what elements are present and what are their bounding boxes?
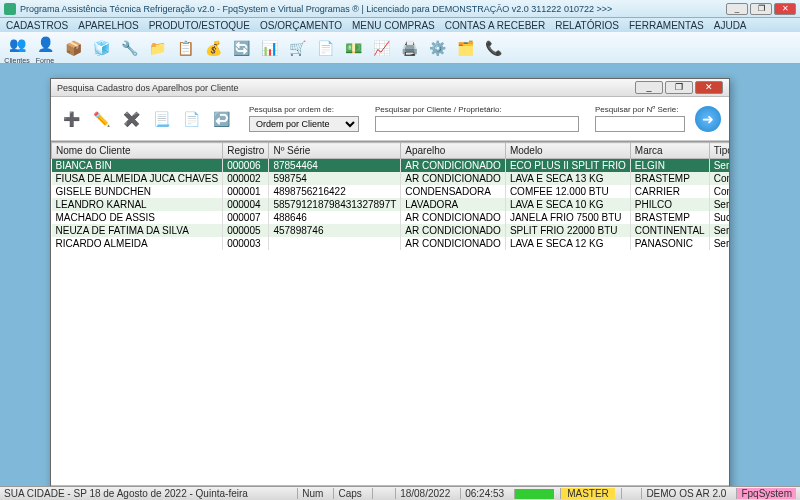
- minimize-button[interactable]: _: [726, 3, 748, 15]
- search-dialog: Pesquisa Cadastro dos Aparelhos por Clie…: [50, 78, 730, 500]
- table-row[interactable]: MACHADO DE ASSIS000007488646AR CONDICION…: [52, 211, 730, 224]
- toolbar-clientes[interactable]: 👥 Clientes: [4, 31, 30, 64]
- cell: SPLIT FRIO 22000 BTU: [505, 224, 630, 237]
- column-header[interactable]: Marca: [630, 143, 709, 159]
- exit-icon[interactable]: ↩️: [209, 107, 233, 131]
- cell: PHILCO: [630, 198, 709, 211]
- status-num: Num: [297, 488, 327, 499]
- toolbar-icon-15[interactable]: 🖨️: [396, 35, 422, 61]
- edit-icon[interactable]: ✏️: [89, 107, 113, 131]
- people-icon: 👥: [4, 31, 30, 57]
- column-header[interactable]: Aparelho: [401, 143, 506, 159]
- cell: Sem Nota: [709, 224, 729, 237]
- cell: Com Nota: [709, 185, 729, 198]
- cell: 000007: [223, 211, 269, 224]
- add-icon[interactable]: ➕: [59, 107, 83, 131]
- column-header[interactable]: Nº Série: [269, 143, 401, 159]
- cell: AR CONDICIONADO: [401, 237, 506, 250]
- menu-ajuda[interactable]: AJUDA: [714, 20, 747, 31]
- doc-icon[interactable]: 📄: [179, 107, 203, 131]
- status-date: 18/08/2022: [395, 488, 454, 499]
- cell: CONTINENTAL: [630, 224, 709, 237]
- toolbar-icon-8[interactable]: 💰: [200, 35, 226, 61]
- cell: LAVADORA: [401, 198, 506, 211]
- toolbar-icon-10[interactable]: 📊: [256, 35, 282, 61]
- cell: Sem Garantia: [709, 159, 729, 173]
- mdi-area: Pesquisa Cadastro dos Aparelhos por Clie…: [0, 64, 800, 486]
- toolbar-icon-4[interactable]: 🧊: [88, 35, 114, 61]
- toolbar-icon-6[interactable]: 📁: [144, 35, 170, 61]
- toolbar-fornecedores[interactable]: 👤 Forne: [32, 31, 58, 64]
- menu-compras[interactable]: MENU COMPRAS: [352, 20, 435, 31]
- order-select[interactable]: Ordem por Cliente: [249, 116, 359, 132]
- menu-relatorios[interactable]: RELATÓRIOS: [555, 20, 619, 31]
- cell: BRASTEMP: [630, 172, 709, 185]
- column-header[interactable]: Tipo: [709, 143, 729, 159]
- search-serial-label: Pesquisar por Nº Serie:: [595, 105, 685, 114]
- menu-produto-estoque[interactable]: PRODUTO/ESTOQUE: [149, 20, 250, 31]
- list-icon[interactable]: 📃: [149, 107, 173, 131]
- menu-aparelhos[interactable]: APARELHOS: [78, 20, 138, 31]
- cell: GISELE BUNDCHEN: [52, 185, 223, 198]
- menu-os-orcamento[interactable]: OS/ORÇAMENTO: [260, 20, 342, 31]
- column-header[interactable]: Registro: [223, 143, 269, 159]
- menu-ferramentas[interactable]: FERRAMENTAS: [629, 20, 704, 31]
- cell: MACHADO DE ASSIS: [52, 211, 223, 224]
- column-header[interactable]: Nome do Cliente: [52, 143, 223, 159]
- cell: AR CONDICIONADO: [401, 159, 506, 173]
- cell: 585791218798431327897T: [269, 198, 401, 211]
- table-row[interactable]: NEUZA DE FATIMA DA SILVA000005457898746A…: [52, 224, 730, 237]
- table-row[interactable]: LEANDRO KARNAL00000458579121879843132789…: [52, 198, 730, 211]
- toolbar-icon-18[interactable]: 📞: [480, 35, 506, 61]
- toolbar-icon-17[interactable]: 🗂️: [452, 35, 478, 61]
- toolbar-icon-5[interactable]: 🔧: [116, 35, 142, 61]
- cell: AR CONDICIONADO: [401, 211, 506, 224]
- toolbar-icon-13[interactable]: 💵: [340, 35, 366, 61]
- toolbar-icon-16[interactable]: ⚙️: [424, 35, 450, 61]
- status-caps: Caps: [333, 488, 365, 499]
- cell: Com Garantia: [709, 172, 729, 185]
- toolbar-icon-14[interactable]: 📈: [368, 35, 394, 61]
- dialog-close-button[interactable]: ✕: [695, 81, 723, 94]
- search-client-input[interactable]: [375, 116, 579, 132]
- toolbar-icon-9[interactable]: 🔄: [228, 35, 254, 61]
- cell: Sem Garantia: [709, 237, 729, 250]
- menu-contas-receber[interactable]: CONTAS A RECEBER: [445, 20, 545, 31]
- dialog-titlebar: Pesquisa Cadastro dos Aparelhos por Clie…: [51, 79, 729, 97]
- search-serial-input[interactable]: [595, 116, 685, 132]
- menu-cadastros[interactable]: CADASTROS: [6, 20, 68, 31]
- dialog-maximize-button[interactable]: ❐: [665, 81, 693, 94]
- dialog-minimize-button[interactable]: _: [635, 81, 663, 94]
- toolbar-icon-12[interactable]: 📄: [312, 35, 338, 61]
- cell: 598754: [269, 172, 401, 185]
- close-button[interactable]: ✕: [774, 3, 796, 15]
- delete-icon[interactable]: ✖️: [119, 107, 143, 131]
- toolbar-icon-11[interactable]: 🛒: [284, 35, 310, 61]
- toolbar-icon-7[interactable]: 📋: [172, 35, 198, 61]
- column-header[interactable]: Modelo: [505, 143, 630, 159]
- search-go-button[interactable]: ➜: [695, 106, 721, 132]
- cell: 000005: [223, 224, 269, 237]
- table-row[interactable]: BIANCA BIN00000687854464AR CONDICIONADOE…: [52, 159, 730, 173]
- status-bar: SUA CIDADE - SP 18 de Agosto de 2022 - Q…: [0, 486, 800, 500]
- status-demo: DEMO OS AR 2.0: [641, 488, 730, 499]
- supplier-icon: 👤: [32, 31, 58, 57]
- cell: LEANDRO KARNAL: [52, 198, 223, 211]
- cell: [269, 237, 401, 250]
- results-grid-wrap[interactable]: Nome do ClienteRegistroNº SérieAparelhoM…: [51, 141, 729, 485]
- table-row[interactable]: FIUSA DE ALMEIDA JUCA CHAVES000002598754…: [52, 172, 730, 185]
- table-row[interactable]: RICARDO ALMEIDA000003AR CONDICIONADOLAVA…: [52, 237, 730, 250]
- cell: 000004: [223, 198, 269, 211]
- dialog-title: Pesquisa Cadastro dos Aparelhos por Clie…: [57, 83, 633, 93]
- grid-header-row: Nome do ClienteRegistroNº SérieAparelhoM…: [52, 143, 730, 159]
- cell: LAVA E SECA 13 KG: [505, 172, 630, 185]
- table-row[interactable]: GISELE BUNDCHEN0000014898756216422CONDEN…: [52, 185, 730, 198]
- cell: Sem Acessórios: [709, 198, 729, 211]
- toolbar-icon-3[interactable]: 📦: [60, 35, 86, 61]
- status-blank: [372, 488, 389, 499]
- cell: JANELA FRIO 7500 BTU: [505, 211, 630, 224]
- status-brand: FpqSystem: [736, 488, 796, 499]
- app-icon: [4, 3, 16, 15]
- maximize-button[interactable]: ❐: [750, 3, 772, 15]
- cell: 87854464: [269, 159, 401, 173]
